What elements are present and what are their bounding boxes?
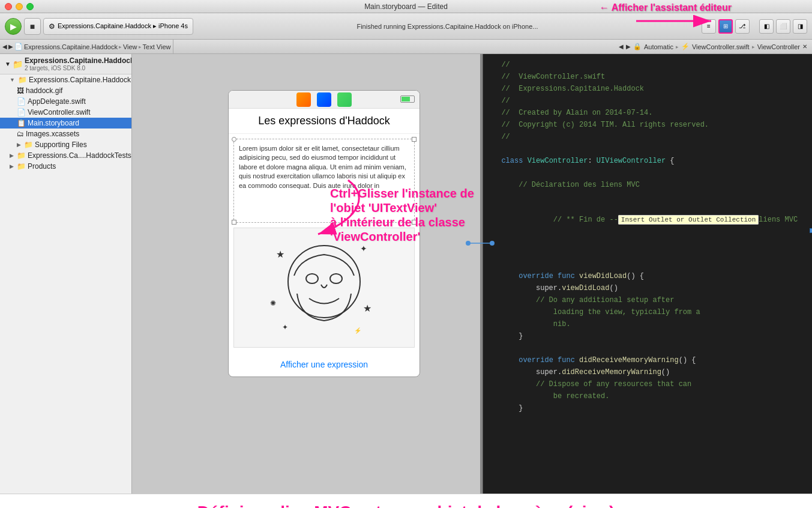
project-collapse-icon: ▼ bbox=[5, 61, 11, 67]
battery-indicator bbox=[400, 95, 415, 103]
debug-view-button[interactable]: ⬜ bbox=[776, 19, 790, 34]
nav-prev-right-button[interactable]: ◀ bbox=[619, 43, 624, 50]
nav-next-right-button[interactable]: ▶ bbox=[626, 43, 631, 50]
textview-handle-bl bbox=[232, 220, 236, 225]
project-name: Expressions.Capitaine.Haddock bbox=[25, 56, 132, 65]
editor-standard-button[interactable]: ≡ bbox=[702, 19, 716, 34]
sidebar-item-haddock-gif[interactable]: 🖼 haddock.gif bbox=[0, 85, 131, 96]
file-label: haddock.gif bbox=[26, 86, 62, 95]
folder-toggle: ▶ bbox=[10, 153, 14, 159]
textview-handle-tl bbox=[232, 137, 236, 142]
swift-file-icon: 📄 bbox=[17, 97, 26, 106]
haddock-drawing: ★ ✦ ✺ ★ ✦ ⚡ bbox=[264, 234, 384, 342]
main-layout: ▼ 📁 Expressions.Capitaine.Haddock 2 targ… bbox=[0, 54, 812, 494]
lorem-text: Lorem ipsum dolor sit er elit lamet, con… bbox=[239, 145, 406, 189]
stop-button[interactable]: ■ bbox=[24, 18, 41, 35]
toolbar: ▶ ■ ⚙ Expressions.Capitaine.Haddock ▸ iP… bbox=[0, 13, 812, 40]
editor-version-button[interactable]: ⎇ bbox=[735, 19, 750, 34]
bottom-annotation-text1: Définir un lien MVC entre un objet de la… bbox=[24, 501, 788, 508]
traffic-lights bbox=[5, 3, 34, 10]
iphone-icon-2 bbox=[317, 92, 331, 107]
nav-prev-button[interactable]: ◀ bbox=[2, 43, 7, 50]
sidebar-item-appdelegate[interactable]: 📄 AppDelegate.swift bbox=[0, 96, 131, 107]
swift-file-icon: 📄 bbox=[17, 108, 26, 116]
utilities-view-button[interactable]: ◨ bbox=[793, 19, 807, 34]
folder-icon: 📁 bbox=[18, 76, 27, 84]
folder-label: Products bbox=[28, 162, 56, 171]
nav-viewcontroller-class[interactable]: ViewController bbox=[757, 43, 800, 50]
code-line: // Created by Alain on 2014-07-14. bbox=[483, 107, 812, 119]
iphone-status-bar bbox=[229, 91, 420, 109]
scheme-selector[interactable]: ⚙ Expressions.Capitaine.Haddock ▸ iPhone… bbox=[43, 18, 193, 35]
code-line: // Dispose of any resources that can bbox=[483, 378, 812, 390]
iphone-icon-1 bbox=[296, 92, 311, 107]
file-label: Main.storyboard bbox=[28, 119, 79, 127]
folder-label: Expressions.Ca....HaddockTests bbox=[28, 151, 131, 160]
sidebar-item-products[interactable]: ▶ 📁 Products bbox=[0, 161, 131, 172]
sidebar-item-supporting-files[interactable]: ▶ 📁 Supporting Files bbox=[0, 139, 131, 150]
svg-text:★: ★ bbox=[363, 303, 371, 313]
iphone-icon-3 bbox=[337, 92, 352, 107]
run-button[interactable]: ▶ bbox=[5, 18, 22, 35]
nav-close-right[interactable]: ✕ bbox=[802, 43, 807, 50]
svg-text:✦: ✦ bbox=[360, 244, 367, 253]
nav-breadcrumb1[interactable]: Expressions.Capitaine.Haddock bbox=[24, 43, 118, 50]
code-line: } bbox=[483, 330, 812, 342]
swift-icon: ⚡ bbox=[681, 43, 690, 50]
nav-icon: 📄 bbox=[14, 43, 23, 50]
svg-point-1 bbox=[306, 274, 318, 283]
code-editor[interactable]: // // ViewController.swift // Expression… bbox=[483, 54, 812, 494]
sidebar-item-main-storyboard[interactable]: 📋 Main.storyboard bbox=[0, 118, 131, 129]
svg-point-0 bbox=[288, 246, 360, 318]
storyboard-icon: 📋 bbox=[17, 119, 26, 127]
minimize-button[interactable] bbox=[16, 3, 23, 10]
right-nav-section: ◀ ▶ 🔒 Automatic ▸ ⚡ ViewController.swift… bbox=[614, 40, 812, 53]
connector-dot bbox=[810, 228, 812, 233]
code-line: super.didReceiveMemoryWarning() bbox=[483, 366, 812, 378]
folder-icon: 📁 bbox=[24, 141, 33, 149]
code-line: // Do any additional setup after bbox=[483, 294, 812, 306]
sidebar-item-tests[interactable]: ▶ 📁 Expressions.Ca....HaddockTests bbox=[0, 150, 131, 161]
assets-icon: 🗂 bbox=[17, 130, 24, 138]
scheme-label: Expressions.Capitaine.Haddock ▸ iPhone 4… bbox=[58, 22, 188, 30]
file-label: Images.xcassets bbox=[26, 130, 79, 138]
nav-viewcontroller-swift[interactable]: ViewController.swift bbox=[692, 43, 750, 50]
sidebar-item-folder-main[interactable]: ▼ 📁 Expressions.Capitaine.Haddock bbox=[0, 74, 131, 85]
left-nav-section: ◀ ▶ 📄 Expressions.Capitaine.Haddock ▸ Vi… bbox=[0, 40, 173, 53]
close-button[interactable] bbox=[5, 3, 12, 10]
code-line: override func didReceiveMemoryWarning() … bbox=[483, 354, 812, 366]
content-area: → Les expressions d'Haddock bbox=[132, 54, 812, 494]
nav-bar: ◀ ▶ 📄 Expressions.Capitaine.Haddock ▸ Vi… bbox=[0, 40, 812, 54]
iphone-link[interactable]: Afficher une expression bbox=[229, 352, 420, 376]
navigator-view-button[interactable]: ◧ bbox=[759, 19, 774, 34]
code-line: // ViewController.swift bbox=[483, 71, 812, 83]
titlebar: Main.storyboard — Edited bbox=[0, 0, 812, 13]
lock-icon: 🔒 bbox=[633, 43, 642, 50]
sidebar-item-project[interactable]: ▼ 📁 Expressions.Capitaine.Haddock 2 targ… bbox=[0, 54, 131, 74]
sidebar: ▼ 📁 Expressions.Capitaine.Haddock 2 targ… bbox=[0, 54, 132, 494]
code-line bbox=[483, 191, 812, 203]
storyboard-canvas[interactable]: → Les expressions d'Haddock bbox=[132, 54, 480, 494]
gif-icon: 🖼 bbox=[17, 86, 24, 95]
window-title: Main.storyboard — Edited bbox=[364, 2, 448, 11]
svg-text:★: ★ bbox=[276, 249, 284, 259]
code-line: // bbox=[483, 59, 812, 71]
status-bar: Finished running Expressions.Capitaine.H… bbox=[196, 23, 699, 30]
folder-toggle: ▶ bbox=[10, 163, 14, 169]
project-icon: 📁 bbox=[13, 59, 23, 69]
nav-next-button[interactable]: ▶ bbox=[8, 43, 13, 50]
editor-assistant-button[interactable]: ⊞ ← Afficher l'assistant éditeur bbox=[718, 19, 733, 34]
nav-automatic[interactable]: Automatic bbox=[644, 43, 673, 50]
maximize-button[interactable] bbox=[26, 3, 34, 10]
toolbar-right: ≡ ⊞ ← Afficher l'assistant éditeur ⎇ ◧ ⬜… bbox=[702, 19, 807, 34]
code-line bbox=[483, 143, 812, 155]
iphone-image-area: ★ ✦ ✺ ★ ✦ ⚡ bbox=[233, 228, 415, 348]
code-line-outlet: // ** Fin de --Insert Outlet or Outlet C… bbox=[483, 203, 812, 258]
folder-label: Supporting Files bbox=[35, 141, 87, 149]
nav-breadcrumb3[interactable]: Text View bbox=[143, 43, 171, 50]
battery-fill bbox=[401, 97, 410, 101]
sidebar-item-images[interactable]: 🗂 Images.xcassets bbox=[0, 129, 131, 139]
code-line: override func viewDidLoad() { bbox=[483, 270, 812, 282]
nav-breadcrumb2[interactable]: View bbox=[123, 43, 137, 50]
sidebar-item-viewcontroller[interactable]: 📄 ViewController.swift bbox=[0, 107, 131, 118]
